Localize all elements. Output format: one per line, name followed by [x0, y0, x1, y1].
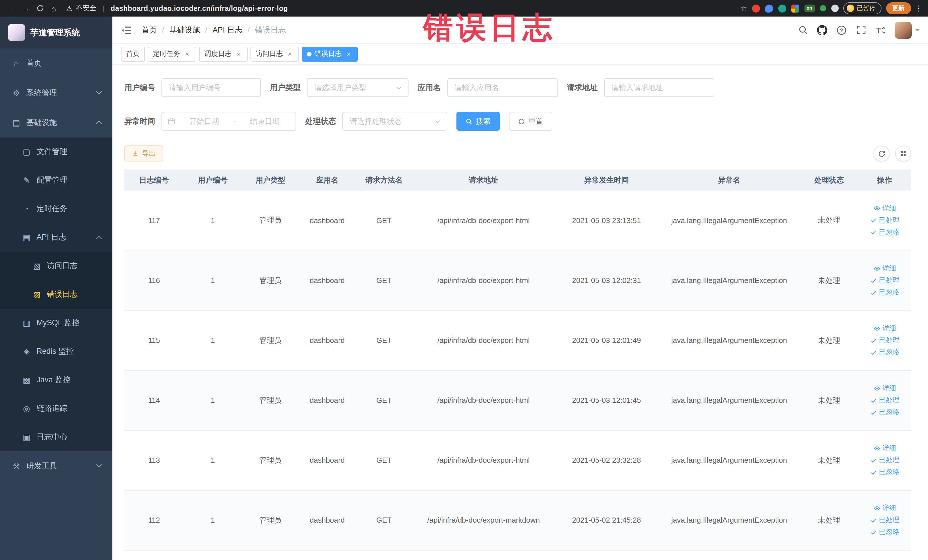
sidebar-item-trace[interactable]: ◎ 链路追踪: [0, 394, 112, 423]
user-type-select[interactable]: 请选择用户类型: [307, 78, 409, 97]
mark-processed-link[interactable]: 已处理: [870, 216, 899, 225]
sidebar-item-label: 配置管理: [37, 175, 67, 185]
extension-teal-icon[interactable]: [778, 4, 786, 12]
refresh-button[interactable]: [873, 145, 890, 162]
github-icon[interactable]: [817, 24, 827, 35]
breadcrumb-item[interactable]: API 日志: [212, 25, 243, 35]
reset-button[interactable]: 重置: [509, 112, 552, 131]
sidebar-item-system-mgmt[interactable]: ⚙ 系统管理: [0, 78, 112, 108]
sidebar-item-error-log[interactable]: ▨ 错误日志: [0, 280, 112, 309]
user-id-input[interactable]: [162, 78, 261, 97]
mark-ignored-link[interactable]: 已忽略: [870, 527, 899, 537]
sidebar: 芋道管理系统 ⌂ 首页 ⚙ 系统管理 ▤ 基础设施: [0, 17, 112, 560]
sidebar-item-infrastructure[interactable]: ▤ 基础设施: [0, 108, 112, 137]
export-button[interactable]: 导出: [124, 145, 163, 162]
search-icon[interactable]: [797, 24, 808, 35]
cell-log-id: 112: [124, 490, 184, 550]
back-icon[interactable]: ←: [6, 2, 20, 15]
bookmark-star-icon[interactable]: ☆: [740, 4, 747, 12]
tab-access-log[interactable]: 访问日志 ×: [250, 46, 299, 61]
cell-user-id: 1: [184, 370, 242, 430]
cell-log-id: 115: [124, 310, 184, 370]
mark-ignored-link[interactable]: 已忽略: [870, 288, 899, 297]
update-button[interactable]: 更新: [886, 2, 911, 14]
sidebar-item-java-monitor[interactable]: ▩ Java 监控: [0, 366, 112, 394]
tab-home[interactable]: 首页: [121, 46, 145, 61]
app-name-input[interactable]: [447, 78, 558, 97]
sidebar-item-dev-tools[interactable]: ⚒ 研发工具: [0, 451, 112, 481]
sidebar-item-config-mgmt[interactable]: ✎ 配置管理: [0, 166, 112, 195]
request-url-input[interactable]: [604, 78, 714, 97]
extension-blue-drop-icon[interactable]: [765, 4, 773, 12]
sidebar-toggle-icon[interactable]: [121, 24, 132, 36]
extension-paw-icon[interactable]: [831, 5, 838, 12]
sidebar-item-redis-monitor[interactable]: ◈ Redis 监控: [0, 337, 112, 366]
cell-url: /api/infra/db-doc/export-markdown: [412, 490, 554, 550]
tab-error-log-active[interactable]: 错误日志 ×: [302, 46, 358, 61]
mark-processed-link[interactable]: 已处理: [870, 395, 899, 405]
sidebar-item-log-center[interactable]: ▣ 日志中心: [0, 423, 112, 451]
exception-time-range-picker[interactable]: 开始日期 - 结束日期: [162, 112, 296, 131]
reset-button-label: 重置: [528, 116, 543, 127]
sidebar-item-file-mgmt[interactable]: ▢ 文件管理: [0, 137, 112, 166]
browser-menu-icon[interactable]: ⋮: [915, 4, 922, 12]
extension-green-icon[interactable]: [820, 5, 826, 11]
mark-ignored-link[interactable]: 已忽略: [870, 348, 899, 357]
help-icon[interactable]: ?: [836, 24, 847, 35]
sidebar-item-scheduled-jobs[interactable]: ◔ 定时任务: [0, 195, 112, 223]
detail-link[interactable]: 详细: [873, 383, 896, 393]
font-size-icon[interactable]: T: [875, 24, 886, 35]
tab-scheduled-jobs[interactable]: 定时任务 ×: [148, 46, 196, 61]
user-menu[interactable]: [894, 21, 919, 38]
search-button[interactable]: 搜索: [456, 112, 500, 131]
detail-link[interactable]: 详细: [873, 204, 896, 214]
cell-app: dashboard: [299, 490, 356, 550]
close-icon[interactable]: ×: [286, 50, 294, 58]
detail-link[interactable]: 详细: [873, 323, 896, 333]
home-icon[interactable]: ⌂: [47, 2, 61, 15]
process-status-select[interactable]: 请选择处理状态: [342, 112, 447, 131]
mark-processed-link[interactable]: 已处理: [870, 276, 899, 285]
close-icon[interactable]: ×: [345, 50, 353, 58]
sidebar-item-home[interactable]: ⌂ 首页: [0, 49, 112, 78]
sidebar-item-api-log[interactable]: ▦ API 日志: [0, 223, 112, 252]
detail-link[interactable]: 详细: [873, 264, 896, 273]
column-header: 异常发生时间: [554, 169, 658, 191]
security-label: 不安全: [76, 3, 96, 13]
breadcrumb-item[interactable]: 基础设施: [169, 25, 200, 35]
extension-on-badge[interactable]: on: [804, 5, 815, 12]
column-settings-button[interactable]: [895, 145, 911, 162]
close-icon[interactable]: ×: [235, 50, 243, 58]
cell-time: 2021-05-03 12:02:31: [554, 250, 658, 310]
mark-ignored-link[interactable]: 已忽略: [870, 407, 899, 417]
cell-log-id: 113: [124, 430, 184, 490]
extension-grid-icon[interactable]: [791, 4, 799, 12]
tab-schedule-log[interactable]: 调度日志 ×: [199, 46, 247, 61]
sidebar-item-access-log[interactable]: ▧ 访问日志: [0, 252, 112, 280]
app-logo[interactable]: 芋道管理系统: [0, 17, 112, 49]
fullscreen-icon[interactable]: [856, 24, 866, 35]
mark-processed-link[interactable]: 已处理: [870, 515, 899, 525]
column-header: 日志编号: [124, 169, 184, 191]
breadcrumb-item[interactable]: 首页: [142, 25, 157, 35]
detail-link[interactable]: 详细: [873, 503, 896, 513]
close-icon[interactable]: ×: [183, 50, 191, 58]
cell-user-id: 1: [184, 490, 242, 550]
cell-status: 未处理: [800, 191, 858, 250]
mark-processed-link[interactable]: 已处理: [870, 455, 899, 465]
reload-icon[interactable]: [33, 2, 47, 15]
row-actions: 详细 已处理 已忽略: [860, 264, 909, 297]
chevron-down-icon: [395, 84, 402, 91]
calendar-icon: [168, 117, 175, 125]
sidebar-item-mysql-monitor[interactable]: ▥ MySQL 监控: [0, 309, 112, 337]
mark-ignored-link[interactable]: 已忽略: [870, 467, 899, 477]
address-bar[interactable]: ⚠ 不安全 | dashboard.yudao.iocoder.cn/infra…: [66, 3, 288, 13]
chevron-down-icon: [96, 89, 102, 95]
paused-chip[interactable]: 已暂停: [843, 2, 881, 14]
mark-processed-link[interactable]: 已处理: [870, 336, 899, 345]
breadcrumb: 首页 / 基础设施 / API 日志 / 错误日志: [142, 25, 286, 35]
mark-ignored-link[interactable]: 已忽略: [870, 227, 899, 237]
detail-link[interactable]: 详细: [873, 443, 896, 453]
extension-red-icon[interactable]: [752, 4, 760, 12]
forward-icon[interactable]: →: [20, 2, 33, 15]
